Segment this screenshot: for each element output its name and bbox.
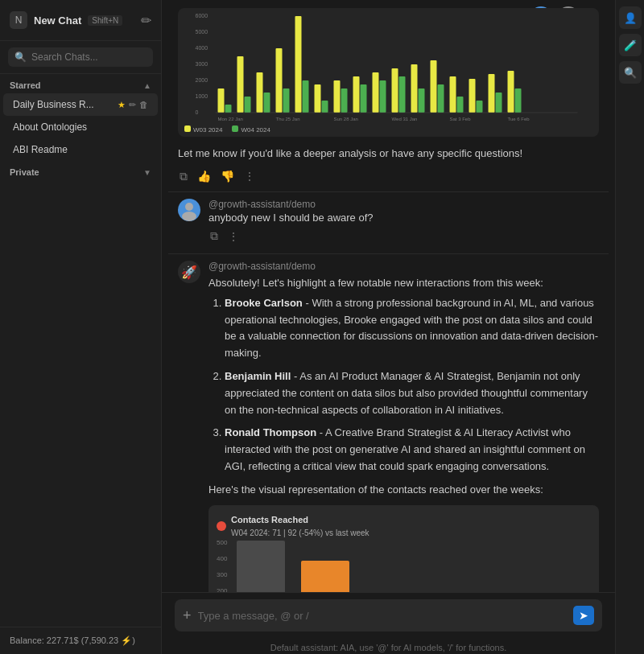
compose-icon[interactable]: ✏ [141, 13, 151, 28]
svg-text:3000: 3000 [196, 61, 208, 67]
chat-item-abi[interactable]: ABI Readme [3, 138, 158, 161]
legend-w04: W04 2024 [232, 125, 270, 134]
svg-text:Wed 31 Jan: Wed 31 Jan [392, 117, 418, 121]
bot-msg-text: Absolutely! Let's highlight a few notabl… [208, 275, 599, 592]
svg-rect-22 [361, 84, 367, 113]
svg-rect-23 [373, 72, 379, 113]
svg-rect-38 [515, 88, 522, 113]
svg-rect-8 [225, 105, 232, 113]
svg-text:5000: 5000 [196, 29, 208, 35]
svg-rect-25 [392, 68, 398, 113]
chat-item-icons: ★ ✏ 🗑 [118, 100, 148, 110]
chart-source-text: Source: https://www.linkedin.com/in/jeme… [178, 135, 599, 137]
chat-item-label: ABI Readme [13, 144, 148, 155]
weekly-bar-chart-svg: 6000 5000 4000 3000 2000 1000 0 [178, 8, 599, 121]
svg-rect-13 [276, 48, 283, 113]
user-more-button[interactable]: ⋮ [226, 228, 241, 245]
person-2: Benjamin Hill - As an AI Product Manager… [225, 368, 599, 418]
chat-item-label: About Ontologies [13, 121, 148, 133]
svg-rect-17 [315, 84, 321, 113]
person-1: Brooke Carlson - With a strong professio… [225, 295, 599, 362]
weekly-chart-block: 6000 5000 4000 3000 2000 1000 0 [162, 0, 615, 141]
starred-label: Starred [10, 80, 41, 90]
user-msg-username: @growth-assistant/demo [208, 199, 599, 210]
contacts-bar-chart: 500 400 300 200 100 [217, 545, 591, 592]
svg-rect-10 [245, 97, 251, 113]
right-panel-search-icon[interactable]: 🔍 [619, 61, 642, 84]
person-2-name: Benjamin Hill [225, 370, 291, 382]
svg-rect-24 [380, 80, 386, 113]
svg-text:500: 500 [217, 539, 228, 546]
svg-rect-12 [264, 93, 270, 113]
msg-text-above: Let me know if you'd like a deeper analy… [162, 141, 615, 165]
svg-rect-35 [489, 74, 495, 113]
sidebar: N New Chat Shift+N ✏ 🔍 Starred ▲ Daily B… [0, 0, 162, 654]
svg-rect-53 [237, 541, 285, 592]
chat-item-daily[interactable]: Daily Business R... ★ ✏ 🗑 [3, 93, 158, 116]
svg-rect-36 [496, 93, 502, 113]
chat-area: 6000 5000 4000 3000 2000 1000 0 [162, 0, 615, 592]
copy-button[interactable]: ⧉ [178, 168, 189, 185]
contacts-bar-svg: 500 400 300 200 100 [217, 533, 506, 592]
search-input[interactable] [31, 51, 152, 63]
footer-text: Default assistant: AIA, use '@' for AI m… [162, 640, 615, 654]
svg-rect-28 [419, 88, 425, 113]
plus-button[interactable]: + [183, 607, 192, 624]
user-copy-button[interactable]: ⧉ [208, 228, 220, 245]
svg-rect-11 [257, 72, 263, 113]
bot-avatar: 🚀 [178, 261, 200, 283]
thumbsup-button[interactable]: 👍 [196, 168, 213, 184]
svg-text:400: 400 [217, 555, 228, 562]
svg-text:0: 0 [196, 109, 199, 115]
svg-rect-31 [450, 76, 456, 113]
right-panel-lab-icon[interactable]: 🧪 [619, 34, 642, 56]
right-panel-person-icon[interactable]: 👤 [619, 6, 642, 29]
search-icon: 🔍 [14, 51, 27, 63]
user-msg-text: anybody new I should be aware of? [208, 210, 599, 226]
private-section-header[interactable]: Private ▼ [0, 161, 161, 180]
thumbsdown-button[interactable]: 👎 [219, 168, 236, 184]
svg-rect-16 [303, 80, 309, 113]
chart-legend: W03 2024 W04 2024 [178, 124, 599, 135]
svg-rect-15 [295, 16, 302, 113]
balance-text: Balance: 227.71$ (7,590.23 ⚡) [10, 635, 135, 645]
svg-rect-32 [457, 97, 464, 113]
starred-section-header[interactable]: Starred ▲ [0, 74, 161, 93]
svg-rect-30 [438, 84, 444, 113]
private-label: Private [10, 167, 39, 177]
new-chat-label: New Chat [34, 14, 81, 27]
bot-msg-content: @growth-assistant/demo Absolutely! Let's… [208, 261, 599, 592]
user-avatar-img [178, 199, 200, 221]
svg-rect-19 [334, 80, 341, 113]
contacts-dot [217, 521, 226, 531]
svg-rect-20 [341, 88, 348, 113]
chat-item-label: Daily Business R... [13, 99, 113, 110]
bot-intro-text: Absolutely! Let's highlight a few notabl… [208, 277, 543, 289]
svg-rect-37 [508, 71, 514, 113]
svg-text:Sun 28 Jan: Sun 28 Jan [334, 117, 358, 121]
weekly-chart-placeholder: 6000 5000 4000 3000 2000 1000 0 [178, 8, 599, 137]
svg-point-47 [182, 212, 196, 221]
user-msg-actions: ⧉ ⋮ [208, 225, 599, 247]
input-area: + ➤ [162, 592, 615, 640]
person-3: Ronald Thompson - A Creative Brand Strat… [225, 425, 599, 475]
person-1-name: Brooke Carlson [225, 297, 303, 309]
people-list: Brooke Carlson - With a strong professio… [208, 295, 599, 475]
svg-text:300: 300 [217, 571, 228, 578]
search-input-wrap: 🔍 [8, 47, 153, 67]
message-input[interactable] [198, 610, 567, 622]
edit-icon[interactable]: ✏ [129, 100, 136, 110]
more-actions-button[interactable]: ⋮ [242, 168, 257, 184]
chart-intro-text: Here's the visual representation of the … [208, 482, 599, 499]
user-msg-content: @growth-assistant/demo anybody new I sho… [208, 199, 599, 248]
input-wrap: + ➤ [175, 599, 602, 631]
sidebar-header-left: N New Chat Shift+N [10, 11, 122, 29]
balance-bar: Balance: 227.71$ (7,590.23 ⚡) [0, 627, 161, 654]
svg-text:Thu 25 Jan: Thu 25 Jan [276, 117, 300, 121]
star-icon[interactable]: ★ [118, 100, 126, 110]
trash-icon[interactable]: 🗑 [139, 100, 148, 109]
chat-item-ontologies[interactable]: About Ontologies [3, 116, 158, 138]
send-button[interactable]: ➤ [573, 606, 594, 625]
user-message: @growth-assistant/demo anybody new I sho… [162, 192, 615, 254]
contacts-title: Contacts Reached [231, 513, 369, 528]
